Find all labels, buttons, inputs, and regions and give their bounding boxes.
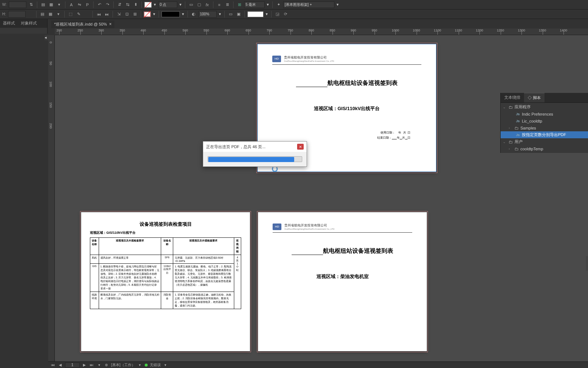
tree-folder-temp[interactable]: › 🗀 cooldtpTemp <box>501 145 588 152</box>
page-title: 航电枢纽站设备巡视签到表 <box>272 79 421 87</box>
grid-size-input[interactable] <box>244 1 265 8</box>
text-p-icon[interactable]: P <box>84 1 91 8</box>
open-icon[interactable]: ⊕ <box>104 363 109 368</box>
close-tab-icon[interactable]: × <box>109 22 111 27</box>
height-label: H: <box>1 12 7 16</box>
shear-icon[interactable]: ⬚ <box>67 11 74 18</box>
skip-fwd-icon[interactable]: ⏭ <box>103 11 110 18</box>
stroke-none-swatch[interactable] <box>144 2 152 8</box>
flip-vert-icon[interactable]: ⇵ <box>116 1 123 8</box>
grid-dropdown-icon[interactable]: ▾ <box>266 2 270 7</box>
fill-dropdown-icon[interactable]: ▾ <box>152 12 156 16</box>
ruler-number: 0 <box>49 41 53 43</box>
width-input[interactable] <box>9 1 26 8</box>
page-3[interactable]: HD 贵州省航电开发投资有限公司 GuiZhouShengHangDianKai… <box>258 212 427 351</box>
distribute-icon[interactable]: ⇲ <box>115 11 122 18</box>
opacity-icon[interactable]: ◐ <box>190 11 197 18</box>
page-subtitle: 巡视区域：GIS/110kV出线平台 <box>272 105 421 112</box>
object-style-select[interactable] <box>283 1 334 8</box>
collapse-panel-icon[interactable]: ◂ <box>45 35 48 40</box>
page-number-input[interactable] <box>65 363 80 368</box>
page-menu-icon[interactable]: ▾ <box>96 363 102 368</box>
frame-rounded-icon[interactable]: ▢ <box>196 1 202 8</box>
folder-icon: 🗀 <box>508 140 513 144</box>
align-top-icon[interactable]: ▤ <box>39 11 46 18</box>
status-ok-icon <box>145 364 148 367</box>
document-canvas[interactable]: HD 贵州省航电开发投资有限公司 GuiZhouShengHangDianKai… <box>55 35 588 361</box>
paragraph-style-tab[interactable]: 器样式 <box>0 19 18 28</box>
last-page-icon[interactable]: ⏭ <box>89 363 94 368</box>
tree-folder-user[interactable]: ⌄ 🗀 用户 <box>501 138 588 145</box>
ruler-number: 100 <box>49 81 53 87</box>
fill-none-swatch[interactable] <box>144 11 151 17</box>
color-dropdown-icon[interactable]: ▾ <box>181 12 185 16</box>
page2-title: 设备巡视签到表检查项目 <box>90 221 241 228</box>
text-align-left-icon[interactable]: ≡ <box>216 1 223 8</box>
group-icon[interactable]: ⊡ <box>124 11 130 18</box>
wrap-around-icon[interactable]: ▣ <box>235 11 242 18</box>
workspace-dropdown-icon[interactable]: ▾ <box>137 363 143 368</box>
align-middle-icon[interactable]: ▦ <box>47 11 54 18</box>
style-dropdown-icon[interactable]: ▾ <box>336 2 339 7</box>
refresh-icon[interactable]: ⟳ <box>282 11 289 18</box>
close-dialog-button[interactable]: ✕ <box>297 144 304 150</box>
page-2[interactable]: 设备巡视签到表检查项目 巡视区域：GIS/110kV出线平台 设备名称 巡视项目… <box>81 212 250 351</box>
corner-icon[interactable]: ◲ <box>274 11 281 18</box>
script-icon: Js <box>515 119 520 123</box>
panel-resize-handle-icon[interactable] <box>586 256 588 271</box>
white-swatch[interactable] <box>247 11 263 17</box>
frame-rect-icon[interactable]: ▭ <box>188 1 194 8</box>
star-icon[interactable]: ✦ <box>275 1 282 8</box>
chevron-down-icon[interactable]: ▾ <box>56 1 62 8</box>
letter-a-icon[interactable]: A <box>68 1 75 8</box>
tree-folder-app[interactable]: ⌄ 🗀 应用程序 <box>501 104 588 110</box>
document-tab[interactable]: *巡视区域签到表.indd @ 50% × <box>51 20 114 28</box>
tree-folder-samples[interactable]: › 🗀 Samples <box>501 124 588 131</box>
grid-tool-icon[interactable]: ⊞ <box>132 11 138 18</box>
skip-back-icon[interactable]: ⏮ <box>95 11 102 18</box>
ruler-number: 50 <box>49 61 53 65</box>
dialog-title: 正在导出连页 PDF，总共 46 页... <box>206 144 266 150</box>
chevron-down-icon[interactable]: ▾ <box>55 11 62 18</box>
table-row: GIS 1. 断路器在带电干燥，接地刀闸位置指示清晰与状态及对应指示装置表示相符… <box>90 264 241 292</box>
text-wrap-tab[interactable]: 文本绕排 <box>501 93 524 102</box>
tree-script-export-pdf[interactable]: Js 按指定页数分别导出PDF <box>501 131 588 138</box>
first-page-icon[interactable]: ⏮ <box>50 363 56 368</box>
document-tab-label: *巡视区域签到表.indd @ 50% <box>54 22 107 27</box>
tree-script-indic[interactable]: Js Indic Preferences <box>501 110 588 117</box>
link-wh-icon[interactable]: ⇅ <box>28 1 34 8</box>
scripts-tab[interactable]: ◇ 脚本 <box>524 93 545 102</box>
mirror-icon[interactable]: ⬍ <box>132 1 139 8</box>
align-center-icon[interactable]: ▦ <box>48 1 54 8</box>
weight-dropdown-icon[interactable]: ▾ <box>179 2 182 7</box>
wrap-none-icon[interactable]: ▭ <box>227 11 234 18</box>
rotate-cw-icon[interactable]: ↷ <box>104 1 111 8</box>
height-input[interactable] <box>8 11 26 18</box>
text-align-right-icon[interactable]: ≣ <box>224 1 231 8</box>
prev-page-icon[interactable]: ◀ <box>58 363 63 368</box>
inspection-table: 设备名称 巡视项目及外观检查要求 设备名称 巡视项目及外观检查要求 巡视周期 风… <box>90 237 241 309</box>
scripts-tree: ⌄ 🗀 应用程序 Js Indic Preferences Js Lic_coo… <box>501 103 588 153</box>
workspace-label: [基本]（工作） <box>111 363 135 368</box>
tool-icon[interactable]: ✎ <box>75 11 82 18</box>
company-logo-icon: HD <box>273 224 281 230</box>
grid-icon[interactable]: ⊞ <box>236 1 243 8</box>
page3-title: 航电枢纽站设备巡视签到表 <box>273 247 412 255</box>
flip-horiz-icon[interactable]: ⇆ <box>124 1 131 8</box>
stroke-dropdown-icon[interactable]: ▾ <box>153 2 157 7</box>
next-page-icon[interactable]: ▶ <box>82 363 87 368</box>
fx-icon[interactable]: fx <box>204 1 210 8</box>
tree-script-lic[interactable]: Js Lic_cooldtp <box>501 117 588 124</box>
align-left-icon[interactable]: ▤ <box>40 1 46 8</box>
flip-h-icon[interactable]: ⇋ <box>76 1 83 8</box>
black-swatch[interactable] <box>162 11 180 17</box>
swatch-dropdown-icon[interactable]: ▾ <box>265 12 269 16</box>
vertical-ruler: 050100150200 <box>48 35 55 361</box>
opacity-dropdown-icon[interactable]: ▾ <box>218 12 222 16</box>
opacity-input[interactable] <box>198 11 217 18</box>
object-style-tab[interactable]: 对象样式 <box>18 19 40 28</box>
stroke-weight-input[interactable] <box>158 1 177 8</box>
rotate-ccw-icon[interactable]: ↶ <box>96 1 103 8</box>
preflight-dropdown-icon[interactable]: ▾ <box>163 363 168 368</box>
table-row: 设备名称 巡视项目及外观检查要求 设备名称 巡视项目及外观检查要求 巡视周期 <box>90 238 241 255</box>
